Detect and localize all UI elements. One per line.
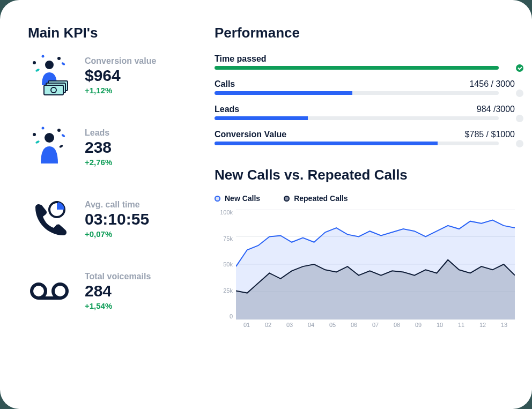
dashboard-card: Main KPI's bbox=[0, 0, 532, 409]
svg-point-11 bbox=[35, 140, 40, 144]
x-tick: 06 bbox=[343, 322, 365, 332]
chart-section: New Calls vs. Repeated Calls New Calls R… bbox=[215, 167, 515, 332]
target-dot-icon bbox=[516, 115, 523, 122]
x-tick: 03 bbox=[279, 322, 300, 332]
right-column: Performance Time passedCalls1456 / 3000L… bbox=[215, 25, 515, 390]
svg-point-0 bbox=[33, 61, 36, 64]
progress-track bbox=[215, 66, 499, 70]
svg-point-4 bbox=[61, 62, 65, 65]
perf-name: Conversion Value bbox=[215, 130, 286, 139]
kpi-delta: +1,12% bbox=[85, 86, 156, 95]
svg-point-10 bbox=[33, 133, 36, 136]
x-tick: 09 bbox=[408, 322, 429, 332]
person-leads-icon bbox=[28, 126, 71, 169]
x-tick: 12 bbox=[472, 322, 493, 332]
x-tick: 02 bbox=[257, 322, 279, 332]
kpi-label: Total voicemails bbox=[85, 272, 151, 281]
svg-point-13 bbox=[57, 129, 61, 132]
legend-repeated-calls: Repeated Calls bbox=[284, 194, 348, 203]
y-tick: 75k bbox=[215, 235, 233, 242]
svg-point-15 bbox=[59, 145, 63, 148]
svg-point-3 bbox=[57, 57, 61, 60]
kpi-conversion: Conversion value $964 +1,12% bbox=[28, 54, 189, 97]
legend-swatch-repeated bbox=[284, 196, 290, 202]
legend-label: Repeated Calls bbox=[294, 194, 348, 203]
svg-point-2 bbox=[42, 55, 45, 58]
kpi-label: Conversion value bbox=[85, 56, 156, 66]
chart-svg bbox=[236, 209, 515, 319]
progress-fill bbox=[215, 66, 499, 70]
x-tick: 01 bbox=[236, 322, 257, 332]
kpi-calltime: Avg. call time 03:10:55 +0,07% bbox=[28, 198, 189, 241]
svg-rect-8 bbox=[44, 85, 63, 95]
chart-title: New Calls vs. Repeated Calls bbox=[215, 167, 515, 183]
perf-value: 1456 / 3000 bbox=[469, 79, 515, 89]
person-money-icon bbox=[28, 54, 71, 97]
chart-box: 100k75k50k25k0 0102030405060708091011121… bbox=[215, 209, 515, 332]
perf-value: $785 / $1000 bbox=[465, 130, 515, 139]
performance-title: Performance bbox=[215, 25, 515, 41]
kpi-voicemails: Total voicemails 284 +1,54% bbox=[28, 270, 189, 313]
perf-row: Calls1456 / 3000 bbox=[215, 79, 515, 95]
kpi-value: 238 bbox=[85, 139, 112, 156]
perf-name: Time passed bbox=[215, 54, 267, 64]
perf-row: Leads984 /3000 bbox=[215, 105, 515, 120]
progress-fill bbox=[215, 142, 438, 145]
progress-fill bbox=[215, 116, 308, 120]
svg-point-16 bbox=[45, 133, 54, 143]
progress-track bbox=[215, 142, 499, 145]
svg-point-20 bbox=[53, 284, 67, 298]
kpi-value: 03:10:55 bbox=[85, 211, 149, 228]
perf-name: Leads bbox=[215, 105, 239, 114]
kpi-label: Leads bbox=[85, 128, 112, 138]
svg-point-19 bbox=[32, 284, 46, 298]
check-icon bbox=[516, 64, 523, 72]
y-tick: 25k bbox=[215, 287, 233, 294]
x-tick: 04 bbox=[300, 322, 322, 332]
x-tick: 11 bbox=[450, 322, 472, 332]
x-tick: 05 bbox=[322, 322, 343, 332]
legend-label: New Calls bbox=[225, 194, 260, 203]
progress-fill bbox=[215, 91, 352, 95]
y-tick: 0 bbox=[215, 313, 233, 319]
perf-row: Conversion Value$785 / $1000 bbox=[215, 130, 515, 145]
kpi-value: $964 bbox=[85, 67, 156, 84]
svg-point-1 bbox=[35, 68, 40, 72]
chart-legend: New Calls Repeated Calls bbox=[215, 194, 515, 203]
kpi-title: Main KPI's bbox=[28, 25, 189, 41]
kpi-leads: Leads 238 +2,76% bbox=[28, 126, 189, 169]
phone-clock-icon bbox=[28, 198, 71, 241]
y-axis-ticks: 100k75k50k25k0 bbox=[215, 209, 233, 319]
kpi-value: 284 bbox=[85, 282, 151, 300]
y-tick: 100k bbox=[215, 209, 233, 215]
x-axis-ticks: 01020304050607080910111213 bbox=[236, 322, 515, 332]
perf-value: 984 /3000 bbox=[477, 105, 515, 114]
progress-track bbox=[215, 116, 499, 120]
kpi-label: Avg. call time bbox=[85, 200, 149, 210]
target-dot-icon bbox=[516, 90, 523, 97]
x-tick: 10 bbox=[429, 322, 450, 332]
y-tick: 50k bbox=[215, 261, 233, 267]
x-tick: 08 bbox=[386, 322, 408, 332]
svg-point-12 bbox=[42, 127, 45, 130]
perf-name: Calls bbox=[215, 79, 235, 89]
performance-section: Performance Time passedCalls1456 / 3000L… bbox=[215, 25, 515, 145]
x-tick: 13 bbox=[493, 322, 515, 332]
svg-point-14 bbox=[61, 133, 65, 137]
legend-swatch-new bbox=[215, 196, 220, 202]
kpi-delta: +0,07% bbox=[85, 229, 149, 239]
kpi-delta: +1,54% bbox=[85, 301, 151, 310]
svg-point-5 bbox=[45, 61, 54, 69]
kpi-delta: +2,76% bbox=[85, 158, 112, 167]
perf-row: Time passed bbox=[215, 54, 515, 70]
svg-rect-18 bbox=[56, 201, 58, 203]
legend-new-calls: New Calls bbox=[215, 194, 260, 203]
kpi-column: Main KPI's bbox=[28, 25, 189, 390]
progress-track bbox=[215, 91, 499, 95]
x-tick: 07 bbox=[365, 322, 386, 332]
voicemail-icon bbox=[28, 270, 71, 313]
target-dot-icon bbox=[516, 140, 523, 147]
